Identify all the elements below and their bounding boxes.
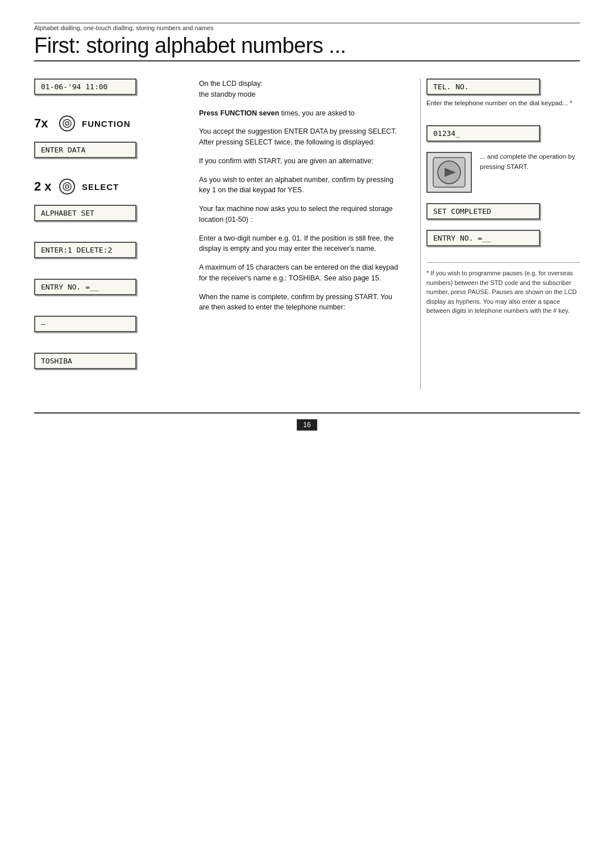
footnote-text: * If you wish to programme pauses (e.g. …: [426, 268, 580, 316]
subtitle: Alphabet dialling, one-touch dialling, s…: [34, 24, 580, 31]
step-7x-label: 7x: [34, 116, 52, 131]
right-item-number: 01234_: [426, 125, 580, 142]
lcd-box-date: 01-06-'94 11:00: [34, 78, 136, 95]
middle-column: On the LCD display: the standby mode Pre…: [188, 78, 414, 390]
mid-para-7: Enter a two-digit number e.g. 01. If the…: [199, 233, 403, 255]
lcd-box-dash: –: [34, 316, 136, 332]
lcd-display-7: TOSHIBA: [34, 353, 188, 379]
page-number: 16: [297, 419, 317, 431]
mid-para-2-rest: times, you are asked to: [279, 109, 355, 117]
svg-point-3: [65, 185, 69, 188]
lcd-box-enter-data: ENTER DATA: [34, 142, 136, 158]
lcd-display-6: –: [34, 316, 188, 342]
mid-para-1-line1: On the LCD display:: [199, 80, 263, 88]
mid-para-3: You accept the suggestion ENTER DATA by …: [199, 126, 403, 148]
mid-para-2: Press FUNCTION seven times, you are aske…: [199, 108, 403, 119]
lcd-set-completed: SET COMPLETED: [426, 203, 540, 220]
step-2x-label: 2 x: [34, 179, 52, 194]
top-rule: [34, 23, 580, 23]
page-title: First: storing alphabet numbers ...: [34, 34, 580, 58]
svg-point-0: [63, 119, 71, 127]
lcd-display-5: ENTRY NO. =__: [34, 279, 188, 305]
select-circle-icon: [59, 179, 75, 195]
select-label: SELECT: [82, 182, 119, 192]
right-note-2: ... and complete the operation by pressi…: [480, 152, 580, 172]
lcd-box-alphabet-set: ALPHABET SET: [34, 205, 136, 221]
lcd-box-enter-delete: ENTER:1 DELETE:2: [34, 242, 136, 258]
lcd-number-display: 01234_: [426, 125, 540, 142]
content-area: 01-06-'94 11:00 7x FUNCTION ENTER DATA 2…: [34, 78, 580, 390]
lcd-box-toshiba: TOSHIBA: [34, 353, 136, 369]
function-label: FUNCTION: [82, 119, 131, 129]
mid-para-6: Your fax machine now asks you to select …: [199, 204, 403, 225]
mid-para-4: If you confirm with START, you are given…: [199, 156, 403, 167]
function-circle-icon: [59, 115, 75, 131]
mid-para-1-line2: the standby mode: [199, 90, 255, 98]
mid-para-8: A maximum of 15 characters can be entere…: [199, 262, 403, 284]
vertical-divider: [420, 78, 421, 390]
mid-para-9: When the name is complete, confirm by pr…: [199, 292, 403, 313]
title-rule: [34, 60, 580, 61]
footnote-box: * If you wish to programme pauses (e.g. …: [426, 262, 580, 316]
mid-para-5: As you wish to enter an alphabet number,…: [199, 175, 403, 196]
mid-para-1: On the LCD display: the standby mode: [199, 78, 403, 100]
lcd-display-4: ENTER:1 DELETE:2: [34, 242, 188, 268]
lcd-tel-label: TEL. NO.: [426, 78, 540, 95]
mid-para-2-bold: Press FUNCTION seven: [199, 109, 279, 117]
bottom-rule: [34, 412, 580, 414]
svg-point-2: [63, 183, 71, 191]
lcd-box-entry-no: ENTRY NO. =__: [34, 279, 136, 295]
lcd-entry-no: ENTRY NO. =__: [426, 230, 540, 246]
right-note-1: Enter the telephone number on the dial k…: [426, 98, 580, 108]
right-item-entry-no: ENTRY NO. =__: [426, 230, 580, 246]
lcd-display-1: 01-06-'94 11:00: [34, 78, 188, 105]
lcd-display-2: ENTER DATA: [34, 142, 188, 168]
start-button-area: ... and complete the operation by pressi…: [426, 152, 580, 193]
lcd-display-3: ALPHABET SET: [34, 205, 188, 232]
svg-point-1: [65, 122, 69, 125]
right-item-tel-note: TEL. NO. Enter the telephone number on t…: [426, 78, 580, 115]
step-select-row: 2 x SELECT: [34, 179, 188, 195]
right-column: TEL. NO. Enter the telephone number on t…: [426, 78, 580, 390]
left-column: 01-06-'94 11:00 7x FUNCTION ENTER DATA 2…: [34, 78, 188, 390]
right-item-set-completed: SET COMPLETED: [426, 203, 580, 220]
step-function-row: 7x FUNCTION: [34, 115, 188, 131]
page-number-row: 16: [34, 419, 580, 431]
start-button-svg: [432, 156, 466, 188]
